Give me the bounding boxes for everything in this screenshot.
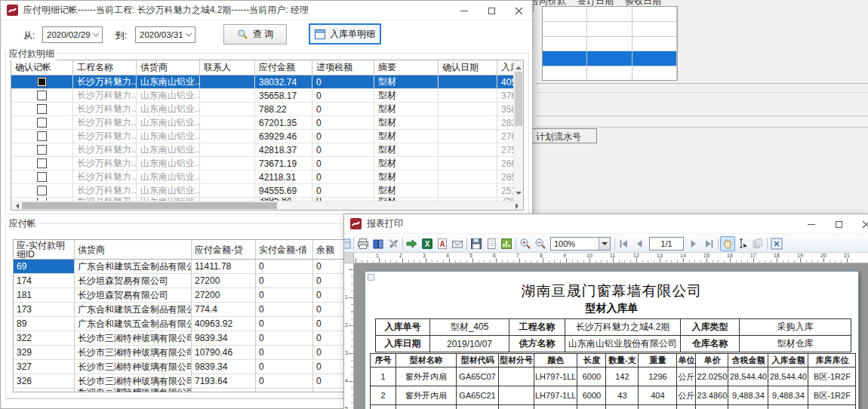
table-row[interactable]: 326长沙市三湘特种玻璃有限公司7193.6400 — [14, 374, 355, 389]
text-select-icon[interactable] — [735, 236, 750, 251]
column-header[interactable]: 工程名称 — [73, 60, 137, 75]
close-preview-icon[interactable] — [769, 236, 784, 251]
table-cell — [396, 405, 457, 409]
table-row[interactable]: 长沙市三湘特种玻璃有限公司 — [14, 389, 355, 392]
preview-area[interactable]: 湖南亘晟门窗幕墙有限公司 型材入库单 入库单号型材_405工程名称长沙万科魅力之… — [354, 263, 868, 409]
table-row[interactable]: 长沙万科魅力...山东南山铝业...63929.460型材276 — [11, 130, 523, 143]
table-row[interactable]: 长沙万科魅力...山东南山铝业...73671.190型材266 — [11, 157, 523, 171]
row-checkbox[interactable] — [37, 158, 47, 168]
column-header[interactable]: 确认记帐 — [11, 60, 73, 75]
column-header[interactable]: 入库 — [497, 60, 515, 75]
column-header[interactable]: 实付金额-借 — [256, 240, 313, 259]
scrollbar-thumb[interactable] — [22, 202, 277, 209]
table-row[interactable]: 174长沙坦森贸易有限公司2720000 — [14, 274, 355, 288]
table-row[interactable]: 173广东合和建筑五金制品有限公司774.400 — [14, 303, 355, 317]
table-row[interactable]: 长沙万科魅力...山东南山铝业...42118.310型材265 — [11, 171, 523, 184]
table-cell: GA65C07 — [457, 367, 499, 386]
table-row[interactable]: 322长沙市三湘特种玻璃有限公司9839.3400 — [14, 331, 355, 346]
table-row[interactable]: 长沙万科魅力...山东南山铝业...35658.170型材376 — [11, 89, 523, 103]
zoom-out-icon[interactable] — [533, 236, 548, 251]
table-cell — [200, 116, 255, 129]
export-icon[interactable] — [405, 236, 420, 251]
scroll-left-icon[interactable] — [13, 203, 19, 209]
horizontal-scrollbar[interactable] — [11, 201, 523, 210]
table-row[interactable]: 长沙万科魅力...山东南山铝业...94555.690型材251 — [11, 184, 523, 198]
table-cell — [11, 171, 73, 183]
serial-number-label: 计划流水号 — [536, 131, 581, 142]
minimize-button[interactable] — [798, 214, 825, 234]
table-row[interactable]: 长沙万科魅力...山东南山铝业...788.220型材358 — [11, 103, 523, 116]
vertical-scrollbar[interactable] — [513, 60, 523, 201]
inbound-detail-button[interactable]: 入库单明细 — [309, 23, 381, 45]
row-checkbox[interactable] — [37, 77, 47, 87]
table-row[interactable]: 长沙万科魅力...山东南山铝业...67201.350型材283 — [11, 116, 523, 130]
table-cell — [606, 405, 639, 409]
table-cell: 9839.34 — [192, 331, 256, 345]
excel-export-icon[interactable]: X — [420, 236, 435, 251]
maximize-button[interactable] — [478, 1, 505, 20]
close-button[interactable] — [852, 214, 868, 234]
from-date-select[interactable]: 2020/02/29 — [42, 26, 103, 43]
zoom-level-select[interactable]: 100% — [550, 237, 611, 251]
row-checkbox[interactable] — [37, 118, 47, 128]
table-row[interactable]: 89广东合和建筑五金制品有限公司40963.9200 — [14, 317, 355, 331]
hand-tool-icon[interactable] — [720, 236, 735, 251]
table-row[interactable]: 69广东合和建筑五金制品有限公司11411.7800 — [14, 260, 355, 274]
mail-icon[interactable] — [450, 236, 465, 251]
grid-icon[interactable] — [344, 236, 352, 251]
scrollbar-thumb[interactable] — [515, 72, 522, 126]
table-row[interactable]: 长沙万科魅力...山东南山铝业...42818.370型材275 — [11, 143, 523, 157]
column-header[interactable]: 供货商 — [137, 60, 200, 75]
table-cell: 长沙坦森贸易有限公司 — [75, 288, 192, 302]
maximize-button[interactable] — [825, 214, 852, 234]
copy-page-icon[interactable] — [750, 236, 765, 251]
zoom-in-icon[interactable] — [518, 236, 533, 251]
book-icon[interactable] — [371, 236, 386, 251]
row-checkbox[interactable] — [37, 186, 47, 195]
to-date-select[interactable]: 2020/03/31 — [135, 26, 195, 43]
table-row[interactable]: 327长沙市三湘特种玻璃有限公司9839.3400 — [14, 360, 355, 374]
serial-number-field[interactable]: 计划流水号 — [531, 128, 597, 143]
page-setup-icon[interactable] — [484, 236, 499, 251]
scroll-up-icon[interactable] — [516, 63, 522, 69]
scroll-right-icon[interactable] — [516, 203, 522, 209]
divider-line — [5, 398, 344, 399]
column-header[interactable]: 联系人 — [200, 60, 255, 75]
row-checkbox[interactable] — [37, 145, 47, 155]
tools-icon[interactable] — [386, 236, 401, 251]
table-row[interactable]: 181长沙坦森贸易有限公司2720000 — [14, 288, 355, 303]
row-checkbox[interactable] — [37, 91, 47, 100]
table-cell: 276 — [497, 130, 515, 143]
table-row[interactable]: 长沙万科魅力...山东南山铝业...38032.740型材405 — [11, 75, 523, 89]
payables-titlebar[interactable]: 应付明细记帐------当前工程: 长沙万科魅力之城4.2期------当前用户… — [1, 1, 532, 20]
table-cell — [543, 66, 587, 81]
print-icon[interactable] — [356, 236, 371, 251]
first-page-icon[interactable] — [617, 236, 632, 251]
close-button[interactable] — [505, 1, 532, 20]
next-page-icon[interactable] — [686, 236, 701, 251]
column-header[interactable]: 应付金额-贷 — [192, 240, 256, 259]
table-cell: 67201.35 — [255, 116, 312, 129]
table-row[interactable]: 329长沙市三湘特种玻璃有限公司10790.4600 — [14, 346, 355, 360]
chart-icon[interactable] — [499, 236, 514, 251]
scroll-down-icon[interactable] — [516, 192, 522, 198]
row-checkbox[interactable] — [37, 131, 47, 141]
pdf-export-icon[interactable]: A — [435, 236, 450, 251]
row-checkbox[interactable] — [37, 172, 47, 182]
prev-page-icon[interactable] — [632, 236, 647, 251]
save-icon[interactable] — [469, 236, 484, 251]
report-titlebar[interactable]: 报表打印 — [344, 214, 868, 234]
row-checkbox[interactable] — [37, 104, 47, 114]
dropdown-arrow-icon[interactable] — [599, 238, 610, 250]
column-header[interactable]: 进项税额 — [312, 60, 374, 75]
minimize-button[interactable] — [451, 1, 478, 20]
column-header[interactable]: 供货商 — [75, 240, 192, 259]
column-header[interactable]: 应-实付款明细ID — [14, 240, 75, 259]
last-page-icon[interactable] — [701, 236, 716, 251]
search-button[interactable]: 查 询 — [223, 24, 287, 45]
column-header[interactable]: 应付金额 — [255, 60, 312, 75]
column-header[interactable]: 确认日期 — [439, 60, 497, 75]
company-name: 湖南亘晟门窗幕墙有限公司 — [365, 281, 858, 301]
column-header[interactable]: 摘要 — [374, 60, 439, 75]
page-indicator[interactable]: 1/1 — [649, 237, 684, 251]
